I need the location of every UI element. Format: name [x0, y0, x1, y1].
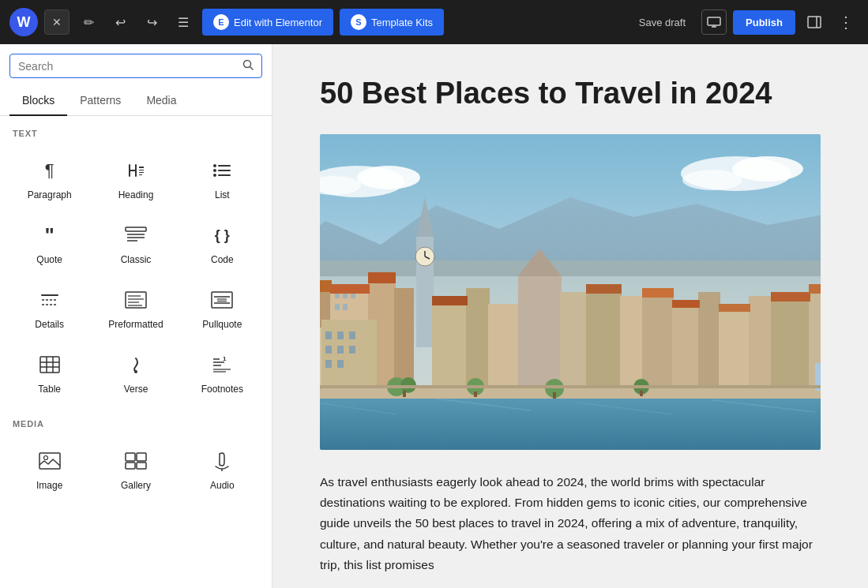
block-item-quote[interactable]: " Quote: [6, 209, 92, 274]
media-section-label: MEDIA: [0, 406, 272, 432]
table-icon: [36, 350, 64, 379]
svg-rect-109: [337, 360, 344, 368]
heading-icon: [122, 156, 150, 185]
svg-rect-91: [330, 284, 370, 294]
table-label: Table: [38, 384, 61, 395]
block-item-list[interactable]: List: [179, 144, 265, 209]
svg-rect-105: [325, 346, 332, 354]
svg-point-12: [213, 174, 216, 177]
svg-point-35: [134, 370, 137, 373]
svg-point-55: [732, 156, 803, 182]
block-item-verse[interactable]: Verse: [92, 339, 178, 403]
block-item-pullquote[interactable]: Pullquote: [179, 274, 265, 339]
block-item-heading[interactable]: Heading: [92, 144, 178, 209]
list-view-button[interactable]: ☰: [171, 9, 196, 35]
pullquote-icon: [208, 286, 236, 314]
save-draft-button[interactable]: Save draft: [629, 11, 695, 34]
monitor-icon: [707, 17, 721, 28]
svg-rect-122: [403, 391, 406, 397]
svg-rect-95: [642, 288, 674, 298]
undo-button[interactable]: ↩: [107, 9, 133, 35]
block-item-audio[interactable]: Audio: [179, 435, 265, 500]
code-label: Code: [211, 254, 234, 265]
classic-icon: [122, 221, 150, 249]
svg-rect-0: [708, 17, 720, 25]
view-button[interactable]: [701, 9, 727, 35]
svg-rect-81: [620, 296, 644, 387]
media-blocks-grid: Image Gallery: [0, 432, 272, 503]
audio-label: Audio: [210, 480, 235, 491]
svg-rect-77: [518, 276, 562, 387]
svg-rect-46: [126, 463, 135, 469]
edit-pen-button[interactable]: ✏: [76, 9, 101, 35]
svg-point-56: [682, 170, 742, 190]
svg-rect-85: [719, 304, 750, 387]
tab-media[interactable]: Media: [133, 86, 189, 116]
block-item-classic[interactable]: Classic: [92, 209, 178, 274]
search-icon: [242, 59, 254, 73]
details-label: Details: [35, 319, 64, 330]
svg-rect-42: [39, 453, 60, 469]
footnotes-label: Footnotes: [201, 384, 243, 395]
svg-rect-25: [212, 292, 232, 308]
block-item-details[interactable]: Details: [6, 274, 92, 339]
pullquote-label: Pullquote: [202, 319, 242, 330]
svg-rect-68: [343, 304, 348, 310]
block-item-footnotes[interactable]: 1 Footnotes: [179, 339, 265, 403]
block-item-table[interactable]: Table: [6, 339, 92, 403]
template-kits-badge: S: [351, 14, 366, 30]
code-icon: { }: [208, 221, 236, 249]
svg-rect-79: [560, 292, 588, 387]
publish-button[interactable]: Publish: [733, 10, 795, 35]
block-item-gallery[interactable]: Gallery: [92, 435, 178, 500]
post-body[interactable]: As travel enthusiasts eagerly look ahead…: [320, 472, 821, 576]
svg-rect-98: [771, 292, 810, 301]
block-item-image[interactable]: Image: [6, 435, 92, 500]
search-input-wrap[interactable]: [9, 54, 262, 78]
svg-text:1: 1: [223, 356, 227, 362]
more-options-button[interactable]: ⋮: [833, 9, 859, 35]
svg-rect-102: [325, 331, 332, 339]
svg-rect-84: [698, 292, 720, 387]
close-button[interactable]: ✕: [44, 9, 70, 35]
tab-blocks[interactable]: Blocks: [9, 86, 67, 116]
block-item-code[interactable]: { } Code: [179, 209, 265, 274]
svg-rect-90: [320, 280, 332, 292]
svg-point-52: [357, 166, 420, 189]
quote-icon: ": [36, 221, 64, 249]
svg-rect-80: [586, 284, 622, 387]
edit-with-elementor-button[interactable]: E Edit with Elementor: [202, 9, 333, 36]
heading-label: Heading: [118, 189, 154, 200]
list-label: List: [215, 189, 230, 200]
svg-point-10: [213, 164, 216, 167]
svg-rect-106: [337, 346, 344, 354]
svg-rect-76: [488, 304, 520, 387]
svg-line-6: [250, 67, 254, 70]
footnotes-icon: 1: [208, 350, 236, 379]
editor-canvas: 50 Best Places to Travel in 2024: [320, 76, 821, 575]
svg-rect-99: [809, 284, 821, 294]
image-label: Image: [36, 480, 62, 491]
gallery-icon: [122, 447, 150, 475]
featured-image: [320, 134, 821, 450]
elementor-badge: E: [213, 14, 229, 30]
verse-label: Verse: [124, 384, 148, 395]
tab-patterns[interactable]: Patterns: [67, 86, 133, 116]
image-icon: [36, 447, 64, 475]
svg-rect-63: [394, 288, 414, 387]
search-input[interactable]: [18, 60, 236, 73]
classic-label: Classic: [121, 254, 152, 265]
svg-rect-96: [672, 300, 700, 308]
block-item-paragraph[interactable]: ¶ Paragraph: [6, 144, 92, 209]
svg-rect-103: [337, 331, 344, 339]
svg-rect-3: [808, 17, 821, 28]
svg-rect-45: [137, 453, 146, 461]
template-kits-button[interactable]: S Template Kits: [340, 9, 444, 36]
main-toolbar: W ✕ ✏ ↩ ↪ ☰ E Edit with Elementor S Temp…: [0, 0, 868, 44]
sidebar-toggle-button[interactable]: [802, 9, 827, 35]
block-item-preformatted[interactable]: Preformatted: [92, 274, 178, 339]
post-title[interactable]: 50 Best Places to Travel in 2024: [320, 76, 821, 112]
sidebar-toggle-icon: [807, 16, 821, 28]
redo-button[interactable]: ↪: [139, 9, 164, 35]
blocks-sidebar: Blocks Patterns Media TEXT ¶ Paragraph H…: [0, 44, 272, 588]
